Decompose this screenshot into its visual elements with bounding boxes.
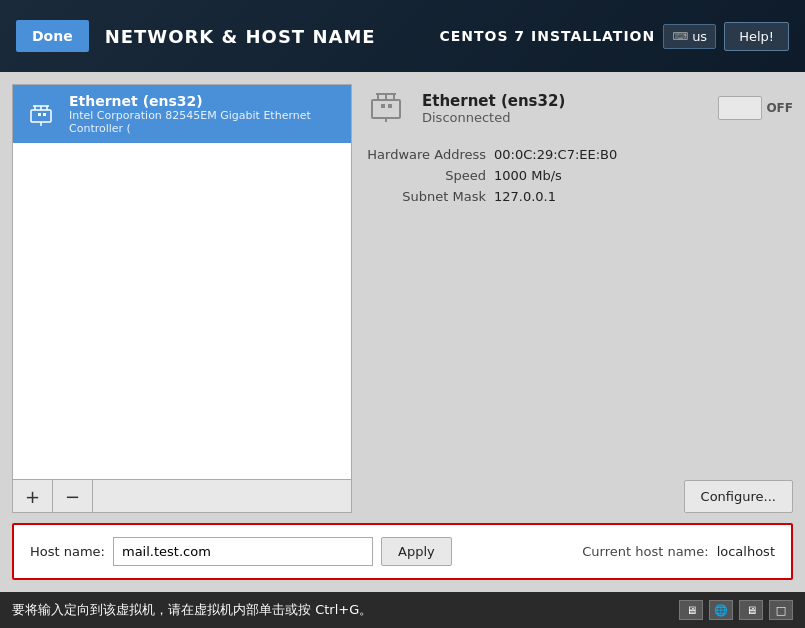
header: Done NETWORK & HOST NAME CENTOS 7 INSTAL… — [0, 0, 805, 72]
network-status-icon: 🖥 — [679, 600, 703, 620]
hardware-address-row: Hardware Address 00:0C:29:C7:EE:B0 — [364, 144, 793, 165]
hostname-label: Host name: — [30, 544, 105, 559]
main-content: Ethernet (ens32) Intel Corporation 82545… — [0, 72, 805, 592]
details-table: Hardware Address 00:0C:29:C7:EE:B0 Speed… — [364, 140, 793, 211]
device-header-name: Ethernet (ens32) — [422, 92, 708, 110]
subnet-mask-row: Subnet Mask 127.0.0.1 — [364, 186, 793, 207]
network-area: Ethernet (ens32) Intel Corporation 82545… — [12, 84, 793, 513]
device-header-icon — [364, 84, 412, 132]
speed-value: 1000 Mb/s — [494, 168, 562, 183]
hardware-address-value: 00:0C:29:C7:EE:B0 — [494, 147, 617, 162]
configure-button[interactable]: Configure... — [684, 480, 793, 513]
centos-label: CENTOS 7 INSTALLATION — [439, 28, 655, 44]
page-title: NETWORK & HOST NAME — [105, 26, 376, 47]
toggle-off-label: OFF — [766, 101, 793, 115]
remove-device-button[interactable]: − — [53, 480, 93, 512]
status-text: 要将输入定向到该虚拟机，请在虚拟机内部单击或按 Ctrl+G。 — [12, 601, 372, 619]
status-icons: 🖥 🌐 🖥 □ — [679, 600, 793, 620]
details-spacer — [364, 219, 793, 472]
svg-rect-15 — [388, 104, 392, 108]
keyboard-lang: us — [692, 29, 707, 44]
display-status-icon: □ — [769, 600, 793, 620]
subnet-mask-label: Subnet Mask — [364, 189, 494, 204]
svg-rect-8 — [372, 100, 400, 118]
toggle-switch[interactable] — [718, 96, 762, 120]
done-button[interactable]: Done — [16, 20, 89, 52]
device-header: Ethernet (ens32) Disconnected OFF — [364, 84, 793, 132]
header-right: CENTOS 7 INSTALLATION ⌨ us Help! — [439, 22, 789, 51]
device-name: Ethernet (ens32) — [69, 93, 341, 109]
ethernet-icon — [23, 96, 59, 132]
device-desc: Intel Corporation 82545EM Gigabit Ethern… — [69, 109, 341, 135]
device-header-status: Disconnected — [422, 110, 708, 125]
toggle-container[interactable]: OFF — [718, 96, 793, 120]
vm-status-icon: 🌐 — [709, 600, 733, 620]
hardware-address-label: Hardware Address — [364, 147, 494, 162]
svg-rect-6 — [38, 113, 41, 116]
add-device-button[interactable]: + — [13, 480, 53, 512]
current-hostname-value: localhost — [717, 544, 775, 559]
svg-rect-7 — [43, 113, 46, 116]
device-item[interactable]: Ethernet (ens32) Intel Corporation 82545… — [13, 85, 351, 143]
hostname-input[interactable] — [113, 537, 373, 566]
svg-rect-14 — [381, 104, 385, 108]
device-list-buttons: + − — [13, 479, 351, 512]
speed-label: Speed — [364, 168, 494, 183]
help-button[interactable]: Help! — [724, 22, 789, 51]
status-bar: 要将输入定向到该虚拟机，请在虚拟机内部单击或按 Ctrl+G。 🖥 🌐 🖥 □ — [0, 592, 805, 628]
speed-row: Speed 1000 Mb/s — [364, 165, 793, 186]
device-info: Ethernet (ens32) Intel Corporation 82545… — [69, 93, 341, 135]
keyboard-icon: ⌨ — [672, 30, 688, 43]
subnet-mask-value: 127.0.0.1 — [494, 189, 556, 204]
header-left: Done NETWORK & HOST NAME — [16, 20, 376, 52]
apply-button[interactable]: Apply — [381, 537, 452, 566]
device-list-panel: Ethernet (ens32) Intel Corporation 82545… — [12, 84, 352, 513]
device-list-empty — [13, 143, 351, 479]
current-hostname-label: Current host name: — [582, 544, 708, 559]
current-hostname-area: Current host name: localhost — [582, 544, 775, 559]
tools-status-icon: 🖥 — [739, 600, 763, 620]
device-details-panel: Ethernet (ens32) Disconnected OFF Hardwa… — [364, 84, 793, 513]
device-header-info: Ethernet (ens32) Disconnected — [422, 92, 708, 125]
keyboard-input[interactable]: ⌨ us — [663, 24, 716, 49]
hostname-area: Host name: Apply Current host name: loca… — [12, 523, 793, 580]
